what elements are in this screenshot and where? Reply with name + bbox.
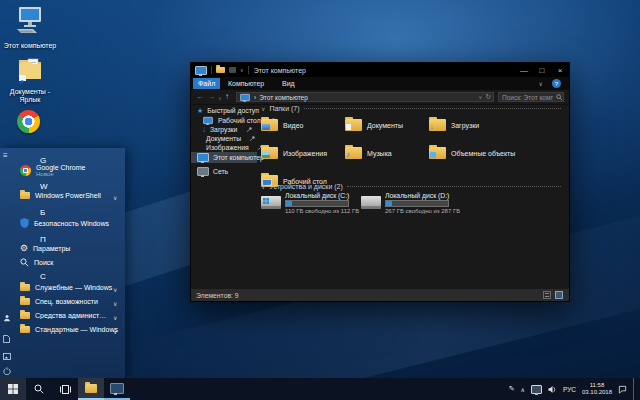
folder-tile-3d-objects[interactable]: Объемные объекты [429, 142, 509, 164]
help-icon[interactable]: ? [552, 79, 561, 88]
start-item-google-chrome[interactable]: Google Chrome Новое [20, 164, 85, 177]
sidebar-item-pictures[interactable]: Изображения [191, 142, 257, 152]
explorer-search-input[interactable] [498, 92, 564, 102]
language-indicator[interactable]: РУС [563, 386, 576, 393]
taskbar-search-button[interactable] [26, 378, 52, 400]
sidebar-item-quick-access[interactable]: ★ Быстрый доступ [191, 105, 257, 115]
shield-icon [20, 218, 29, 228]
pen-icon[interactable]: ✎ [509, 385, 515, 393]
sidebar-item-network[interactable]: Сеть [191, 166, 257, 176]
section-letter[interactable]: W [40, 182, 48, 191]
collapse-chevron-icon[interactable]: ∨ [261, 183, 265, 190]
start-item-windows-accessories[interactable]: Стандартные — Windows [20, 326, 118, 333]
desktop-icon-this-pc[interactable]: Этот компьютер [2, 6, 58, 50]
large-icons-view-icon[interactable] [555, 291, 563, 299]
section-letter[interactable]: Б [40, 208, 45, 217]
desktop-icon-label: Документы - Ярлык [2, 88, 58, 104]
pictures-icon[interactable] [3, 353, 11, 360]
documents-icon[interactable] [3, 335, 10, 343]
pin-icon [249, 135, 256, 142]
start-item-ease-of-access[interactable]: Спец. возможности [20, 298, 98, 305]
drive-tile-c[interactable]: Локальный диск (C:) 110 ГБ свободно из 1… [261, 192, 357, 214]
sidebar-item-label: Этот компьютер [213, 154, 264, 161]
expand-ribbon-chevron-icon[interactable]: ∨ [539, 80, 543, 87]
refresh-icon[interactable]: ↻ [485, 93, 491, 101]
taskbar-clock[interactable]: 11:58 03.10.2018 [582, 382, 612, 397]
drive-tile-d[interactable]: Локальный диск (D:) 267 ГБ свободно из 2… [361, 192, 457, 214]
task-view-button[interactable] [52, 378, 78, 400]
back-icon[interactable]: ← [196, 92, 204, 102]
folder-icon [261, 119, 278, 131]
show-desktop-button[interactable] [633, 378, 637, 400]
download-badge-icon: ↓ [430, 124, 434, 130]
hidden-icons-chevron-icon[interactable]: ∧ [521, 386, 525, 393]
power-icon[interactable] [3, 367, 11, 375]
tab-computer[interactable]: Компьютер [223, 78, 269, 89]
address-dropdown-chevron-icon[interactable]: ∨ [478, 94, 482, 100]
chevron-down-icon[interactable]: ∨ [113, 328, 117, 335]
items-count: Элементов: 9 [196, 292, 239, 299]
hamburger-icon[interactable]: ≡ [3, 151, 8, 160]
video-badge-icon [262, 124, 270, 130]
chevron-down-icon[interactable]: ∨ [113, 286, 117, 293]
sidebar-item-this-pc[interactable]: Этот компьютер [191, 152, 257, 163]
tab-view[interactable]: Вид [277, 78, 300, 89]
folders-group-header[interactable]: ∨ Папки (7) [261, 105, 561, 112]
desktop-icon-chrome[interactable] [0, 110, 56, 133]
action-center-icon[interactable] [618, 385, 627, 394]
chevron-down-icon[interactable]: ∨ [113, 300, 117, 307]
qat-customize-chevron-icon[interactable]: ∨ [240, 67, 244, 73]
chevron-down-icon[interactable]: ∨ [113, 194, 117, 201]
search-icon [34, 384, 44, 394]
qat-properties-icon[interactable] [229, 67, 236, 73]
start-item-search[interactable]: Поиск [20, 258, 53, 267]
start-item-label: Windows PowerShell [35, 192, 101, 199]
recent-locations-chevron-icon[interactable]: ∨ [218, 93, 222, 103]
details-view-icon[interactable] [543, 291, 551, 299]
collapse-chevron-icon[interactable]: ∨ [261, 105, 265, 112]
close-button[interactable]: × [551, 63, 569, 77]
folder-tile-pictures[interactable]: Изображения [261, 142, 341, 164]
maximize-button[interactable]: □ [533, 63, 551, 77]
speaker-icon[interactable] [548, 385, 557, 394]
start-menu: ≡ G Google Chrome Новое W Windows PowerS… [0, 148, 125, 378]
chevron-down-icon[interactable]: ∨ [113, 314, 117, 321]
start-item-windows-system[interactable]: Служебные — Windows [20, 284, 112, 291]
folder-tile-downloads[interactable]: ↓ Загрузки [429, 114, 509, 136]
cube-badge-icon [430, 152, 437, 159]
folder-tile-video[interactable]: Видео [261, 114, 341, 136]
folder-tile-documents[interactable]: Документы [345, 114, 425, 136]
forward-icon[interactable]: → [207, 92, 215, 102]
start-item-windows-powershell[interactable]: Windows PowerShell [20, 192, 101, 199]
file-explorer-taskbar-button[interactable] [78, 378, 104, 400]
app-window-taskbar-button[interactable] [104, 378, 130, 400]
minimize-button[interactable]: — [515, 63, 533, 77]
start-item-windows-security[interactable]: Безопасность Windows [20, 218, 109, 228]
user-icon[interactable] [3, 314, 11, 322]
up-icon[interactable]: ↑ [225, 92, 229, 102]
drive-icon [361, 196, 381, 209]
start-item-label: Средства администрирования... [35, 312, 109, 319]
file-explorer-icon [85, 384, 97, 393]
network-icon[interactable] [531, 385, 542, 394]
drive-free-space: 267 ГБ свободно из 287 ГБ [385, 208, 460, 214]
header-rule [304, 108, 561, 109]
section-letter[interactable]: С [40, 272, 46, 281]
folder-tile-music[interactable]: ♪ Музыка [345, 142, 425, 164]
tab-file[interactable]: Файл [193, 78, 220, 89]
folders-header-label: Папки (7) [269, 105, 299, 112]
start-item-settings[interactable]: ⚙ Параметры [20, 244, 70, 253]
address-bar[interactable]: › Этот компьютер ∨ ↻ [236, 92, 494, 102]
section-letter[interactable]: П [40, 235, 46, 244]
chrome-icon [17, 110, 40, 133]
qat-folder-icon[interactable] [216, 67, 225, 73]
address-text: Этот компьютер [259, 94, 308, 101]
start-button[interactable] [0, 378, 26, 400]
drive-name: Локальный диск (D:) [385, 192, 460, 199]
explorer-titlebar[interactable]: ∨ Этот компьютер — □ × [191, 63, 569, 77]
desktop-icon-documents-shortcut[interactable]: ↗ Документы - Ярлык [2, 56, 58, 104]
folder-icon [261, 147, 278, 159]
start-item-administrative-tools[interactable]: Средства администрирования... [20, 312, 109, 319]
drives-group-header[interactable]: ∨ Устройства и диски (2) [261, 183, 561, 190]
gear-icon: ⚙ [20, 244, 28, 253]
